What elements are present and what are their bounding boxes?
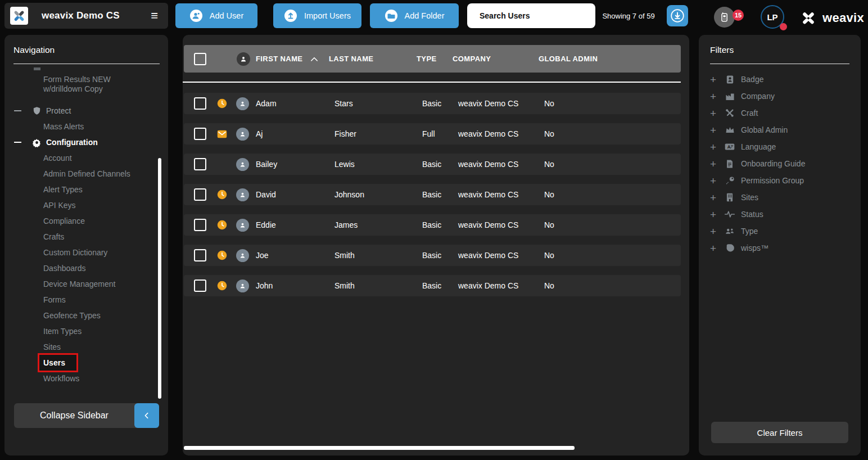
plus-icon[interactable]: +	[710, 226, 719, 237]
building-icon	[725, 193, 735, 202]
users-highlight-box[interactable]: Users	[38, 353, 78, 372]
cell-type: Basic	[422, 99, 458, 108]
sort-asc-icon[interactable]	[310, 56, 318, 62]
cell-last-name: Fisher	[334, 129, 422, 138]
plus-icon[interactable]: +	[710, 74, 719, 85]
brand-logo: weavix	[800, 10, 864, 26]
filter-label: Company	[741, 92, 775, 101]
row-checkbox[interactable]	[194, 128, 206, 140]
nav-group-protect[interactable]: Protect	[4, 103, 162, 119]
collapse-sidebar-button[interactable]: Collapse Sidebar	[14, 403, 159, 428]
import-users-button[interactable]: Import Users	[273, 3, 361, 28]
menu-icon[interactable]: ≡	[151, 10, 158, 22]
filter-type[interactable]: + Type	[699, 223, 861, 240]
device-button[interactable]	[714, 7, 735, 28]
avatar	[236, 128, 249, 141]
cell-first-name: David	[256, 190, 334, 199]
filter-label: Onboarding Guide	[741, 159, 805, 168]
nav-item-dashboards[interactable]: Dashboards	[4, 260, 162, 276]
add-folder-button[interactable]: Add Folder	[370, 3, 459, 28]
nav-item-form-results[interactable]: Form Results NEW w/drilldown Copy	[4, 74, 134, 94]
nav-item-forms[interactable]: Forms	[4, 292, 162, 308]
plus-icon[interactable]: +	[710, 175, 719, 186]
filter-onboarding-guide[interactable]: + Onboarding Guide	[699, 155, 861, 172]
nav-group-configuration[interactable]: Configuration	[4, 134, 162, 150]
plus-icon[interactable]: +	[710, 159, 719, 169]
collapse-dash-icon[interactable]	[14, 142, 21, 143]
column-header-type[interactable]: TYPE	[417, 55, 453, 63]
envelope-status-icon	[217, 130, 227, 138]
nav-item-custom-dictionary[interactable]: Custom Dictionary	[4, 245, 162, 260]
table-row[interactable]: John Smith Basic weavix Demo CS No	[184, 275, 681, 296]
column-header-first-name[interactable]: FIRST NAME	[256, 55, 302, 63]
table-row[interactable]: Bailey Lewis Basic weavix Demo CS No	[184, 154, 681, 175]
nav-item-item-types[interactable]: Item Types	[4, 323, 162, 339]
filter-global-admin[interactable]: + Global Admin	[699, 121, 861, 138]
column-header-last-name[interactable]: LAST NAME	[329, 55, 417, 63]
filter-badge[interactable]: + Badge	[699, 71, 861, 88]
nav-item-crafts[interactable]: Crafts	[4, 229, 162, 245]
plus-icon[interactable]: +	[710, 108, 719, 119]
horizontal-scrollbar[interactable]	[184, 446, 575, 450]
nav-item-mass-alerts[interactable]: Mass Alerts	[4, 119, 162, 134]
filter-label: Status	[741, 210, 763, 219]
filters-title: Filters	[710, 45, 734, 55]
download-button[interactable]	[667, 5, 688, 26]
plus-icon[interactable]: +	[710, 192, 719, 203]
nav-item-alert-types[interactable]: Alert Types	[4, 182, 162, 197]
nav-item-compliance[interactable]: Compliance	[4, 213, 162, 229]
column-header-global-admin[interactable]: GLOBAL ADMIN	[539, 55, 681, 63]
collapse-sidebar-label: Collapse Sidebar	[14, 403, 134, 428]
add-user-button[interactable]: Add User	[175, 3, 257, 28]
cell-type: Basic	[422, 220, 458, 229]
sidebar-scrollbar[interactable]	[158, 158, 161, 399]
table-row[interactable]: David Johnson Basic weavix Demo CS No	[184, 184, 681, 205]
cell-company: weavix Demo CS	[458, 251, 544, 260]
search-input[interactable]	[480, 11, 590, 20]
key-icon	[725, 176, 735, 186]
nav-item-sites[interactable]: Sites	[4, 339, 162, 355]
row-checkbox[interactable]	[194, 158, 206, 170]
nav-item-device-management[interactable]: Device Management	[4, 276, 162, 292]
table-row[interactable]: Adam Stars Basic weavix Demo CS No	[184, 93, 681, 114]
cell-type: Full	[422, 129, 458, 138]
filter-language[interactable]: + A Language	[699, 138, 861, 155]
clipped-icon-fragment	[34, 67, 40, 70]
plus-icon[interactable]: +	[710, 125, 719, 136]
nav-item-api-keys[interactable]: API Keys	[4, 197, 162, 213]
row-checkbox[interactable]	[194, 188, 206, 201]
table-row[interactable]: Aj Fisher Full weavix Demo CS No	[184, 123, 681, 145]
table-row[interactable]: Eddie James Basic weavix Demo CS No	[184, 214, 681, 236]
column-header-company[interactable]: COMPANY	[453, 55, 539, 63]
row-checkbox[interactable]	[194, 279, 206, 292]
filter-status[interactable]: + Status	[699, 206, 861, 223]
cell-company: weavix Demo CS	[458, 129, 544, 138]
avatar	[236, 279, 249, 292]
filters-sidebar: Filters + Badge + Company + Craft +	[699, 35, 861, 456]
nav-item-account[interactable]: Account	[4, 150, 162, 166]
nav-item-geofence-types[interactable]: Geofence Types	[4, 308, 162, 323]
presence-dot-icon	[780, 23, 787, 30]
select-all-checkbox[interactable]	[194, 53, 206, 65]
clear-filters-button[interactable]: Clear Filters	[711, 422, 848, 443]
filter-sites[interactable]: + Sites	[699, 189, 861, 206]
filter-label: Badge	[741, 75, 763, 84]
table-row[interactable]: Joe Smith Basic weavix Demo CS No	[184, 245, 681, 266]
filter-permission-group[interactable]: + Permission Group	[699, 172, 861, 189]
row-checkbox[interactable]	[194, 219, 206, 231]
nav-item-users[interactable]: Users	[4, 355, 162, 371]
filter-wisps[interactable]: + wisps™	[699, 240, 861, 256]
collapse-dash-icon[interactable]	[14, 110, 21, 111]
row-checkbox[interactable]	[194, 97, 206, 110]
filter-craft[interactable]: + Craft	[699, 105, 861, 121]
filter-company[interactable]: + Company	[699, 88, 861, 105]
cell-company: weavix Demo CS	[458, 160, 544, 169]
plus-icon[interactable]: +	[710, 209, 719, 220]
nav-item-admin-defined-channels[interactable]: Admin Defined Channels	[4, 166, 162, 182]
plus-icon[interactable]: +	[710, 142, 719, 152]
nav-item-workflows[interactable]: Workflows	[4, 371, 162, 386]
filter-label: Language	[741, 142, 776, 151]
plus-icon[interactable]: +	[710, 91, 719, 102]
plus-icon[interactable]: +	[710, 243, 719, 254]
row-checkbox[interactable]	[194, 249, 206, 261]
